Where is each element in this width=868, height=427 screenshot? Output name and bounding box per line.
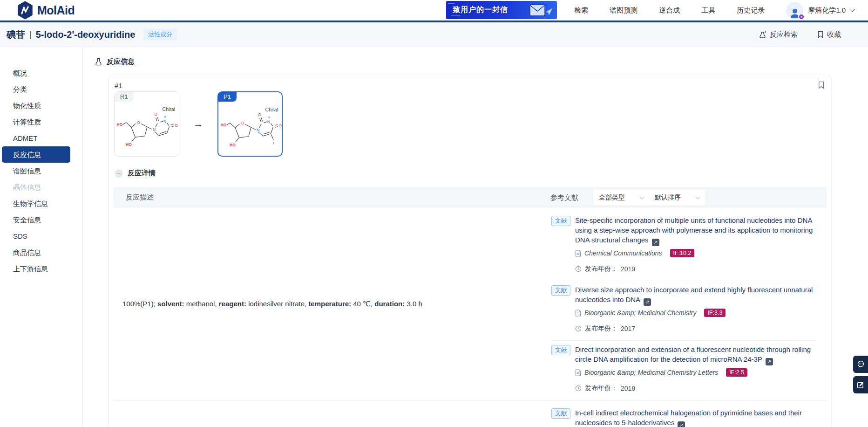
reference-journal: Chemical Communications IF:10.2 — [575, 248, 816, 258]
molaid-logo-icon — [17, 1, 34, 20]
chat-icon — [857, 360, 865, 368]
banner-decoration — [448, 3, 454, 4]
literature-badge: 文献 — [551, 345, 570, 355]
column-reaction-description: 反应描述 — [126, 193, 154, 202]
filter-type-select[interactable]: 全部类型 — [593, 193, 649, 202]
main-navigation: 检索 谱图预测 逆合成 工具 历史记录 ♥ 摩熵化学1.0 — [574, 2, 854, 19]
main-content: 反应信息 #1 R1 Chiral — [83, 47, 868, 427]
sidebar-item-classification[interactable]: 分类 — [0, 81, 82, 97]
sidebar-item-biology-info[interactable]: 生物学信息 — [0, 195, 82, 212]
sidebar-item-computed-properties[interactable]: 计算性质 — [0, 114, 82, 130]
sidebar-item-admet[interactable]: ADMET — [0, 130, 82, 146]
chevron-down-icon — [696, 194, 700, 199]
filter-sort-value: 默认排序 — [655, 193, 681, 202]
svg-text:HO: HO — [230, 143, 236, 147]
external-link-icon[interactable]: ↗ — [678, 421, 685, 427]
external-link-icon[interactable]: ↗ — [644, 298, 651, 306]
nav-item-search[interactable]: 检索 — [574, 6, 588, 15]
nav-item-retrosynthesis[interactable]: 逆合成 — [659, 6, 680, 15]
user-avatar[interactable]: ♥ — [786, 2, 803, 19]
feedback-chat-button[interactable] — [853, 356, 868, 373]
user-menu[interactable]: ♥ 摩熵化学1.0 — [786, 2, 854, 19]
sidebar-item-physchem-properties[interactable]: 物化性质 — [0, 97, 82, 114]
reaction-description: 100%(P1); solvent: methanol, reagent: io… — [122, 299, 422, 310]
page-header: 碘苷 | 5-Iodo-2'-deoxyuridine 活性成分 反应检索 收藏 — [0, 22, 868, 47]
sidebar: 概况 分类 物化性质 计算性质 ADMET 反应信息 谱图信息 晶体信息 生物学… — [0, 47, 83, 427]
reaction-scheme: R1 Chiral — [114, 91, 831, 157]
svg-text:N: N — [153, 127, 156, 132]
sidebar-item-crystal-info: 晶体信息 — [0, 179, 82, 195]
product-box[interactable]: P1 Chiral — [217, 91, 283, 157]
banner-decoration — [451, 15, 460, 16]
sidebar-item-spectra-info[interactable]: 谱图信息 — [0, 163, 82, 179]
vip-badge-icon: ♥ — [798, 14, 805, 20]
svg-text:H: H — [268, 116, 270, 119]
svg-text:HO: HO — [117, 123, 123, 127]
sidebar-item-overview[interactable]: 概况 — [0, 65, 82, 81]
reference-title-link[interactable]: In-cell indirect electrochemical halogen… — [575, 408, 816, 427]
reactant-box[interactable]: R1 Chiral — [114, 91, 179, 157]
svg-text:N: N — [267, 119, 270, 124]
svg-text:O: O — [137, 120, 140, 125]
svg-text:O: O — [154, 112, 157, 117]
title-separator: | — [29, 30, 32, 40]
impact-factor-badge: IF:2.5 — [726, 368, 747, 377]
document-icon — [575, 310, 581, 317]
bookmark-reaction-icon[interactable] — [818, 81, 825, 89]
svg-text:O: O — [175, 123, 178, 128]
table-row: 文献 In-cell indirect electrochemical halo… — [114, 400, 827, 427]
product-structure: HO HO O N N H O O I — [219, 106, 283, 155]
filter-type-value: 全部类型 — [599, 193, 625, 202]
reference-journal: Bioorganic &amp; Medicinal Chemistry IF:… — [575, 308, 816, 318]
promo-banner[interactable]: 致用户的一封信 — [446, 1, 557, 19]
molaid-logo[interactable]: MolAid — [17, 1, 75, 20]
table-row: 100%(P1); solvent: methanol, reagent: io… — [114, 208, 827, 400]
sidebar-item-upstream-downstream[interactable]: 上下游信息 — [0, 261, 82, 277]
reactant-tag: R1 — [115, 92, 134, 102]
nav-item-history[interactable]: 历史记录 — [737, 6, 765, 15]
reaction-details-title: 反应详情 — [128, 169, 156, 178]
reaction-search-button[interactable]: 反应检索 — [759, 30, 798, 39]
collapse-toggle-icon[interactable]: − — [115, 169, 123, 178]
reaction-details-table: 反应描述 参考文献 全部类型 默认排序 — [114, 187, 827, 427]
svg-text:I: I — [273, 141, 274, 145]
sidebar-item-product-info[interactable]: 商品信息 — [0, 244, 82, 261]
flask-icon — [95, 58, 102, 66]
active-ingredient-badge: 活性成分 — [143, 29, 177, 40]
nav-item-tools[interactable]: 工具 — [701, 6, 715, 15]
banner-text: 致用户的一封信 — [453, 5, 508, 15]
reaction-search-icon — [759, 31, 766, 39]
chevron-down-icon — [849, 7, 854, 12]
favorite-button[interactable]: 收藏 — [817, 30, 841, 39]
filter-sort-select[interactable]: 默认排序 — [649, 193, 705, 202]
chevron-down-icon — [640, 194, 644, 199]
reference-item: 文献 In-cell indirect electrochemical halo… — [551, 404, 816, 427]
reference-journal: Bioorganic &amp; Medicinal Chemistry Let… — [575, 367, 816, 378]
svg-text:O: O — [258, 112, 261, 117]
page-actions: 反应检索 收藏 — [759, 30, 841, 39]
references-cell: 文献 In-cell indirect electrochemical halo… — [551, 400, 827, 427]
svg-text:H: H — [164, 116, 166, 119]
sidebar-item-safety-info[interactable]: 安全信息 — [0, 212, 82, 228]
reference-title-link[interactable]: Direct incorporation and extension of a … — [575, 344, 816, 365]
compound-name-en: 5-Iodo-2'-deoxyuridine — [36, 29, 136, 40]
product-tag: P1 — [218, 92, 237, 102]
edit-icon — [857, 381, 864, 389]
floating-toolbar — [853, 356, 868, 393]
user-name[interactable]: 摩熵化学1.0 — [808, 6, 846, 15]
external-link-icon[interactable]: ↗ — [766, 358, 773, 365]
external-link-icon[interactable]: ↗ — [652, 239, 659, 246]
section-header: 反应信息 — [95, 57, 868, 66]
sidebar-item-sds[interactable]: SDS — [0, 228, 82, 244]
table-header: 反应描述 参考文献 全部类型 默认排序 — [114, 187, 827, 208]
column-references: 参考文献 — [550, 187, 578, 208]
reference-year: 发布年份： 2018 — [575, 383, 816, 393]
envelope-icon — [529, 3, 553, 18]
section-title: 反应信息 — [107, 57, 135, 66]
sidebar-item-reaction-info[interactable]: 反应信息 — [2, 146, 70, 163]
feedback-edit-button[interactable] — [853, 376, 868, 393]
reference-title-link[interactable]: Diverse size approach to incorporate and… — [575, 285, 816, 306]
reference-title-link[interactable]: Site-specific incorporation of multiple … — [575, 215, 816, 246]
reactant-structure: HO HO O N N H O O — [115, 106, 179, 154]
nav-item-spectrum-prediction[interactable]: 谱图预测 — [610, 6, 637, 15]
